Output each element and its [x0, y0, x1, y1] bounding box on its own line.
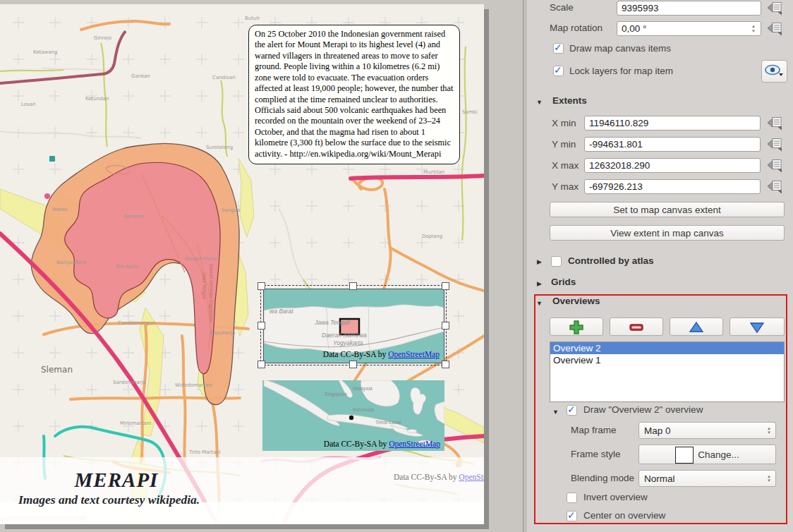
credit-link: OpenStreetMap [459, 473, 484, 481]
rotation-spinner[interactable]: ▲▼ [749, 21, 758, 39]
resize-handle-s[interactable] [349, 361, 357, 368]
overview-list-item[interactable]: Overview 1 [550, 354, 784, 366]
inset1-credit: Data CC-By-SA by OpenStreetMap [323, 350, 440, 358]
xmin-input[interactable]: 11946110.829 [584, 116, 761, 131]
resize-handle-n[interactable] [349, 282, 357, 290]
blending-mode-value: Normal [644, 473, 675, 484]
resize-handle-se[interactable] [442, 361, 449, 368]
data-defined-override-button[interactable] [765, 1, 784, 16]
qgis-composer-window: Jawa Tengah Daerah Istimewa Yogyakarta B… [0, 0, 793, 532]
ymax-input[interactable]: -697926.213 [584, 179, 761, 194]
data-defined-override-button[interactable] [765, 137, 784, 152]
item-properties-panel: Scale 9395993 Map rotation 0,00 ° ▲▼ Dra… [527, 0, 793, 532]
inset-label: Yogyakarta [333, 339, 363, 346]
lock-layers-label: Lock layers for map item [569, 66, 673, 76]
xmax-input[interactable]: 12632018.290 [584, 158, 761, 173]
change-button-label: Change... [698, 449, 739, 460]
composer-canvas[interactable]: Jawa Tengah Daerah Istimewa Yogyakarta B… [0, 0, 523, 532]
data-defined-override-button[interactable] [765, 179, 784, 194]
resize-handle-w[interactable] [258, 322, 265, 330]
invert-overview-checkbox[interactable] [567, 492, 577, 503]
ymin-input[interactable]: -994631.801 [584, 137, 761, 152]
scale-label: Scale [550, 2, 574, 13]
credit-link[interactable]: OpenStreetMap [388, 350, 440, 358]
map-subtitle-label[interactable]: Images and text courtesy wikipedia. [18, 492, 200, 507]
move-overview-up-button[interactable] [670, 318, 723, 336]
atlas-collapse-arrow[interactable]: ▶ [537, 256, 542, 267]
overview-extent-marker [349, 416, 353, 420]
arrow-up-icon [689, 320, 704, 334]
set-to-map-canvas-extent-button[interactable]: Set to map canvas extent [550, 202, 785, 217]
place-label: Muntilan [423, 169, 444, 175]
map-rotation-label: Map rotation [550, 23, 603, 33]
place-label: Sardonoharjo [113, 380, 146, 385]
center-on-overview-label: Center on overview [583, 510, 665, 521]
extents-title: Extents [552, 95, 587, 106]
grids-collapse-arrow[interactable]: ▶ [537, 278, 542, 289]
frame-style-label: Frame style [571, 449, 621, 459]
resize-handle-ne[interactable] [442, 282, 449, 290]
combo-arrows: ▲▼ [765, 471, 773, 486]
place-label: Ginrejo [94, 35, 111, 41]
map-note-label[interactable]: On 25 October 2010 the Indonesian govern… [248, 25, 460, 164]
scale-input[interactable]: 9395993 [617, 1, 761, 16]
view-extent-in-map-canvas-button[interactable]: View extent in map canvas [550, 225, 785, 241]
xmax-label: X max [552, 160, 579, 171]
place-label: Wates [52, 207, 68, 212]
credit-text: Data CC-By-SA by [323, 350, 388, 358]
overview-map-item-2[interactable]: Singapore Malaysia Indonesia Timor-Leste… [262, 380, 444, 451]
resize-handle-e[interactable] [442, 322, 449, 330]
place-label: Losari [21, 102, 36, 107]
controlled-by-atlas-checkbox[interactable] [551, 256, 562, 267]
data-defined-override-button[interactable] [765, 21, 784, 36]
minus-icon [629, 320, 644, 335]
data-defined-override-button[interactable] [765, 116, 784, 131]
ymax-label: Y max [552, 181, 579, 192]
blending-mode-combo[interactable]: Normal ▲▼ [638, 470, 776, 487]
lock-layers-visibility-button[interactable] [761, 60, 787, 83]
inset-label: Singapore [325, 392, 347, 397]
blending-mode-label: Blending mode [571, 473, 634, 483]
add-overview-button[interactable] [550, 318, 603, 336]
place-label: Suroteleng [206, 145, 233, 150]
center-on-overview-checkbox[interactable] [567, 511, 577, 521]
extents-collapse-arrow[interactable]: ▼ [536, 97, 543, 107]
place-label: Ketawang [33, 49, 57, 55]
overview-list-item[interactable]: Overview 2 [550, 342, 784, 354]
draw-overview-label: Draw "Overview 2" overview [583, 404, 703, 415]
move-overview-down-button[interactable] [730, 318, 785, 336]
draw-overview-collapse-arrow[interactable]: ▼ [552, 406, 559, 417]
composition-paper[interactable]: Jawa Tengah Daerah Istimewa Yogyakarta B… [0, 4, 484, 524]
overview-map-item-1[interactable]: wa Barat Jawa Tengah Daerah Istimewa Yog… [263, 289, 444, 363]
map-frame-combo[interactable]: Map 0 ▲▼ [638, 422, 776, 439]
combo-arrows: ▲▼ [765, 423, 773, 438]
xmin-label: X min [552, 118, 576, 128]
draw-map-canvas-items-label: Draw map canvas items [569, 43, 671, 54]
place-label: Sangup [222, 207, 241, 213]
place-label: Banyuudem [56, 260, 86, 265]
place-label: Ketundan [85, 96, 109, 102]
lock-layers-checkbox[interactable] [553, 66, 564, 76]
frame-color-swatch [675, 447, 694, 464]
map-title-label[interactable]: MERAPI [42, 468, 190, 492]
inset-label: Timor-Leste [375, 420, 401, 425]
draw-overview-checkbox[interactable] [567, 405, 577, 416]
draw-map-canvas-items-checkbox[interactable] [553, 43, 564, 54]
place-label: Sleman [41, 365, 73, 375]
credit-link[interactable]: OpenStreetMap [389, 440, 440, 448]
teal-marker [49, 156, 55, 162]
overviews-list[interactable]: Overview 2 Overview 1 [550, 341, 785, 402]
place-label: Tirto Martani [188, 449, 221, 455]
data-defined-override-button[interactable] [765, 158, 784, 173]
overviews-collapse-arrow[interactable]: ▼ [536, 298, 543, 308]
frame-style-change-button[interactable]: Change... [638, 445, 776, 464]
place-label: Butuh [245, 16, 260, 21]
remove-overview-button[interactable] [610, 318, 663, 336]
place-label: Candibinangun [118, 320, 155, 326]
place-label: Candisari [212, 75, 236, 80]
inset-label: Daerah Istimewa [322, 332, 367, 339]
map-rotation-input[interactable]: 0,00 ° [617, 21, 761, 36]
resize-handle-sw[interactable] [258, 361, 265, 368]
resize-handle-nw[interactable] [258, 282, 265, 290]
invert-overview-label: Invert overview [583, 492, 648, 502]
